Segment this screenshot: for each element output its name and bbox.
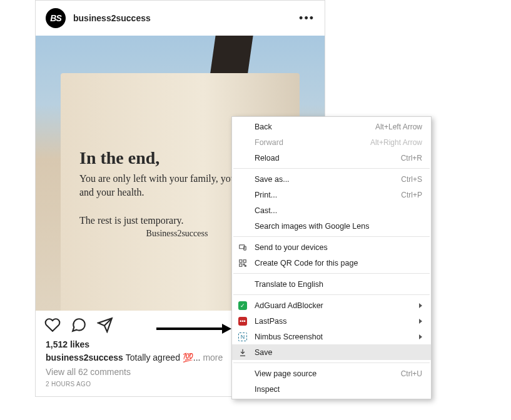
caption-text: Totally agreed 💯 <box>126 352 193 362</box>
svg-rect-7 <box>243 259 246 262</box>
qr-icon <box>238 258 248 268</box>
menu-google-lens[interactable]: Search images with Google Lens <box>232 218 431 234</box>
devices-icon <box>238 242 248 252</box>
browser-context-menu: Back Alt+Left Arrow Forward Alt+Right Ar… <box>231 116 432 399</box>
menu-translate[interactable]: Translate to English <box>232 276 431 292</box>
menu-view-source[interactable]: View page source Ctrl+U <box>232 366 431 381</box>
menu-separator <box>233 273 430 274</box>
menu-separator <box>233 362 430 363</box>
svg-rect-9 <box>243 264 245 265</box>
menu-separator <box>233 168 430 169</box>
menu-back[interactable]: Back Alt+Left Arrow <box>232 119 431 134</box>
nimbus-icon: N <box>238 332 248 342</box>
more-options-icon[interactable]: ••• <box>299 12 315 25</box>
menu-lastpass[interactable]: ••• LastPass <box>232 313 431 329</box>
svg-rect-10 <box>245 265 246 266</box>
post-username[interactable]: business2success <box>73 13 291 23</box>
avatar[interactable]: BS <box>46 8 66 28</box>
like-icon[interactable] <box>44 317 61 336</box>
share-icon[interactable] <box>97 317 113 336</box>
svg-rect-8 <box>240 264 242 266</box>
menu-print[interactable]: Print... Ctrl+P <box>232 187 431 202</box>
lastpass-icon: ••• <box>238 316 248 326</box>
caption-ellipsis: ... <box>193 352 201 362</box>
download-icon <box>238 348 248 358</box>
menu-inspect[interactable]: Inspect <box>232 381 431 397</box>
chevron-right-icon <box>419 334 422 339</box>
chevron-right-icon <box>419 303 422 308</box>
post-header: BS business2success ••• <box>36 1 325 36</box>
menu-separator <box>233 236 430 237</box>
menu-reload[interactable]: Reload Ctrl+R <box>232 150 431 166</box>
menu-create-qr[interactable]: Create QR Code for this page <box>232 255 431 271</box>
menu-cast[interactable]: Cast... <box>232 202 431 218</box>
comment-icon[interactable] <box>71 317 87 336</box>
menu-send-to-devices[interactable]: Send to your devices <box>232 239 431 255</box>
menu-save[interactable]: Save <box>232 344 431 360</box>
chevron-right-icon <box>419 319 422 324</box>
menu-nimbus[interactable]: N Nimbus Screenshot <box>232 329 431 344</box>
menu-forward: Forward Alt+Right Arrow <box>232 134 431 150</box>
menu-separator <box>233 294 430 295</box>
svg-rect-6 <box>240 259 242 262</box>
caption-more-link[interactable]: more <box>203 352 223 362</box>
menu-adguard[interactable]: ✓ AdGuard AdBlocker <box>232 298 431 313</box>
menu-save-as[interactable]: Save as... Ctrl+S <box>232 171 431 187</box>
caption-username[interactable]: business2success <box>46 352 123 362</box>
adguard-icon: ✓ <box>238 301 248 311</box>
